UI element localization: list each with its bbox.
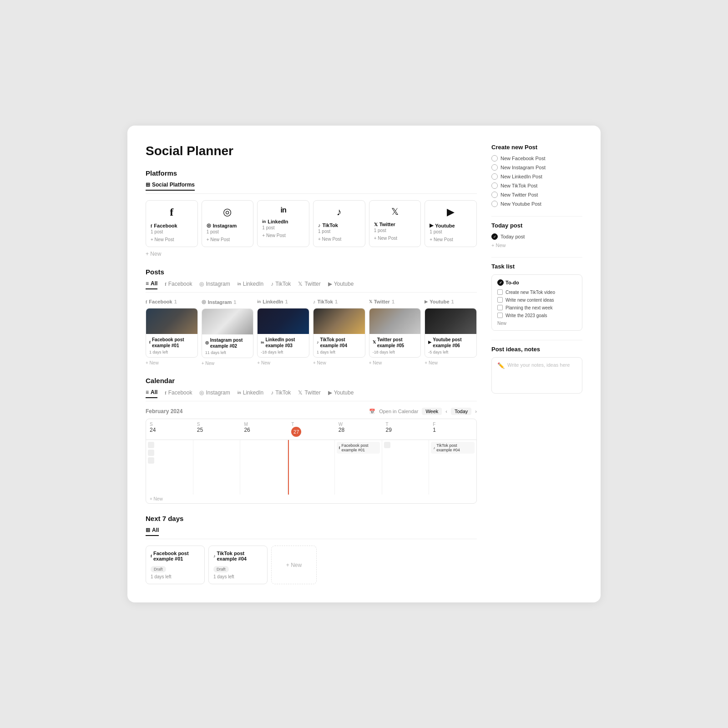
tab-posts-all[interactable]: ≡ All: [146, 280, 157, 289]
tt-col-count: 1: [335, 299, 338, 304]
post-img-twitter: [369, 308, 421, 334]
week-button[interactable]: Week: [422, 408, 442, 415]
tiktok-new-post[interactable]: + New Post: [318, 237, 341, 242]
create-twitter-post[interactable]: New Twitter Post: [491, 192, 582, 198]
post-add-new-twitter[interactable]: + New: [369, 360, 421, 365]
post-img-youtube: [425, 308, 476, 334]
chevron-right-icon[interactable]: ›: [475, 409, 477, 414]
tw-col-count: 1: [392, 299, 394, 304]
cal-col-28: f Facebook post example #01: [335, 440, 382, 495]
post-col-twitter: 𝕏 Twitter 1 𝕏 Twitter post example #05 -…: [369, 299, 421, 366]
tab-posts-linkedin[interactable]: in LinkedIn: [238, 280, 263, 289]
tab-posts-twitter[interactable]: 𝕏 Twitter: [298, 280, 320, 289]
chevron-left-icon[interactable]: ‹: [445, 409, 447, 414]
twitter-new-post[interactable]: + New Post: [374, 236, 397, 241]
post-add-new-facebook[interactable]: + New: [146, 360, 198, 365]
platforms-section: Platforms ⊞ Social Platforms f f Faceboo…: [146, 169, 477, 257]
create-facebook-post[interactable]: New Facebook Post: [491, 155, 582, 162]
calendar-add-new[interactable]: + New: [146, 495, 476, 503]
platform-card-linkedin: in in LinkedIn 1 post + New Post: [257, 200, 309, 247]
today-post-add-new[interactable]: + New: [491, 243, 582, 248]
youtube-new-post[interactable]: + New Post: [430, 237, 453, 242]
task-item-3[interactable]: Planning the next week: [497, 305, 576, 310]
tab-posts-facebook[interactable]: f Facebook: [165, 280, 192, 289]
post-card-twitter-05[interactable]: 𝕏 Twitter post example #05 -18 days left: [369, 308, 421, 358]
open-calendar-label[interactable]: Open in Calendar: [379, 409, 418, 414]
next7-add-new[interactable]: + New: [271, 546, 317, 584]
create-instagram-post[interactable]: New Instagram Post: [491, 164, 582, 171]
task-item-1[interactable]: Create new TikTok video: [497, 289, 576, 295]
tab-posts-youtube[interactable]: ▶ Youtube: [328, 280, 354, 289]
next7-facebook-title: f Facebook post example #01: [151, 551, 200, 561]
tab-posts-instagram[interactable]: ◎ Instagram: [199, 280, 230, 289]
post-add-new-instagram[interactable]: + New: [202, 361, 254, 366]
platforms-section-title: Platforms: [146, 169, 477, 177]
today-button[interactable]: Today: [451, 408, 471, 415]
tab-calendar-tiktok[interactable]: ♪ TikTok: [271, 389, 291, 398]
post-add-new-tiktok[interactable]: + New: [313, 360, 365, 365]
page-title: Social Planner: [146, 144, 477, 158]
tab-calendar-twitter[interactable]: 𝕏 Twitter: [298, 389, 320, 398]
tab-social-platforms[interactable]: ⊞ Social Platforms: [146, 182, 195, 191]
cal-event-facebook[interactable]: f Facebook post example #01: [337, 442, 380, 454]
create-youtube-post[interactable]: New Youtube Post: [491, 201, 582, 207]
instagram-big-icon: ◎: [207, 206, 249, 218]
post-card-days-twitter: -18 days left: [373, 350, 418, 354]
create-twitter-icon: [491, 192, 498, 198]
calendar-month-label: February 2024: [146, 408, 182, 415]
tab-calendar-all[interactable]: ≡ All: [146, 389, 157, 398]
post-add-new-linkedin[interactable]: + New: [257, 360, 309, 365]
post-card-facebook-01[interactable]: f Facebook post example #01 1 days left: [146, 308, 198, 358]
task-checkbox-2[interactable]: [497, 297, 503, 303]
platform-card-youtube: ▶ ▶ Youtube 1 post + New Post: [425, 200, 477, 247]
ig-col-label: Instagram: [208, 299, 232, 305]
task-new-button[interactable]: New: [497, 321, 576, 326]
tab-calendar-youtube[interactable]: ▶ Youtube: [328, 389, 354, 398]
add-new-platform[interactable]: + New: [146, 251, 477, 257]
tab-next7-all[interactable]: ⊞ All: [146, 527, 159, 536]
next7-tiktok-days: 1 days left: [213, 574, 263, 579]
next7-card-tiktok[interactable]: ♪ TikTok post example #04 Draft 1 days l…: [208, 546, 268, 584]
post-card-days-tiktok: 1 days left: [317, 350, 362, 354]
post-card-instagram-02[interactable]: ◎ Instagram post example #02 11 days lef…: [202, 308, 254, 358]
create-post-title: Create new Post: [491, 144, 582, 151]
ig-col-icon: ◎: [202, 299, 206, 305]
tab-calendar-linkedin[interactable]: in LinkedIn: [238, 389, 263, 398]
next7-card-facebook[interactable]: f Facebook post example #01 Draft 1 days…: [146, 546, 205, 584]
linkedin-new-post[interactable]: + New Post: [262, 233, 285, 238]
post-card-linkedin-03[interactable]: in LinkedIn post example #03 -18 days le…: [257, 308, 309, 358]
today-post-item[interactable]: Today post: [491, 233, 582, 240]
platform-card-twitter: 𝕏 𝕏 Twitter 1 post + New Post: [369, 200, 421, 247]
next7-tt-icon: ♪: [213, 554, 216, 558]
task-checkbox-1[interactable]: [497, 289, 503, 295]
left-panel: Social Planner Platforms ⊞ Social Platfo…: [146, 144, 477, 584]
create-linkedin-post[interactable]: New LinkedIn Post: [491, 173, 582, 180]
cal-col-25: [193, 440, 241, 495]
tiktok-platform-name: ♪ TikTok: [318, 222, 338, 228]
task-todo-label: To-do: [497, 279, 576, 286]
post-ideas-hint: ✏️ Write your notes, ideas here: [497, 362, 576, 369]
task-item-2[interactable]: Write new content ideas: [497, 297, 576, 303]
cal-day-sun24: S 24: [146, 419, 193, 440]
task-checkbox-4[interactable]: [497, 313, 503, 318]
create-youtube-icon: [491, 201, 498, 207]
post-card-title-twitter: 𝕏 Twitter post example #05: [373, 337, 418, 349]
post-card-youtube-06[interactable]: ▶ Youtube post example #06 -5 days left: [425, 308, 477, 358]
task-checkbox-3[interactable]: [497, 305, 503, 310]
divider-1: [491, 216, 582, 217]
post-card-title-tiktok: ♪ TikTok post example #04: [317, 337, 362, 349]
post-col-facebook: f Facebook 1 f Facebook post example #01…: [146, 299, 198, 366]
create-post-section: Create new Post New Facebook Post New In…: [491, 144, 582, 207]
post-add-new-youtube[interactable]: + New: [425, 360, 477, 365]
tab-calendar-instagram[interactable]: ◎ Instagram: [199, 389, 230, 398]
task-item-4[interactable]: Write the 2023 goals: [497, 313, 576, 318]
facebook-new-post[interactable]: + New Post: [151, 237, 174, 242]
create-tiktok-post[interactable]: New TikTok Post: [491, 182, 582, 189]
tab-calendar-facebook[interactable]: f Facebook: [165, 389, 192, 398]
cal-event-tiktok[interactable]: ♪ TikTok post example #04: [431, 442, 475, 454]
tab-posts-tiktok[interactable]: ♪ TikTok: [271, 280, 291, 289]
post-ideas-box[interactable]: ✏️ Write your notes, ideas here: [491, 357, 582, 394]
instagram-new-post[interactable]: + New Post: [207, 237, 230, 242]
post-card-tiktok-04[interactable]: ♪ TikTok post example #04 1 days left: [313, 308, 365, 358]
cal-empty-indicator: [148, 450, 154, 456]
